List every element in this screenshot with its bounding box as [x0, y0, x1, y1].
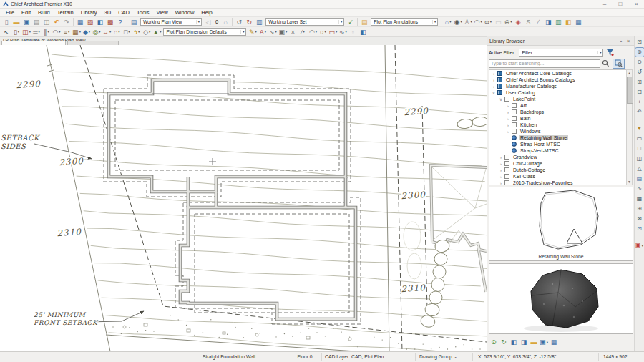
tree-item-bath[interactable]: ›Bath: [489, 115, 626, 122]
cabinet-tools-icon[interactable]: ▦▾: [72, 28, 81, 36]
menu-window[interactable]: Window: [172, 9, 198, 16]
tree-item-user-catalog[interactable]: ∨User Catalog: [489, 89, 626, 96]
terrain-tools-icon[interactable]: ▲▾: [152, 28, 161, 36]
reference-display-icon[interactable]: ◁: [204, 18, 213, 26]
tree-item-chief-architect-core-catalogs[interactable]: ›Chief Architect Core Catalogs: [489, 70, 626, 77]
maximize-button[interactable]: □: [613, 0, 628, 9]
scroll-down-icon[interactable]: ▼: [627, 179, 632, 185]
tree-item-art[interactable]: ›Art: [489, 102, 626, 109]
snap-grid-icon[interactable]: ⊞: [635, 205, 644, 213]
toggle-layout-icon[interactable]: ▦: [574, 18, 582, 26]
tree-item-kbi-class[interactable]: ›KBI-Class: [489, 173, 626, 180]
disabled-tool-a-icon[interactable]: ▭: [494, 18, 502, 26]
tree-expander-icon[interactable]: ›: [491, 78, 497, 82]
annotation-set-combo[interactable]: Plot Plan Annotations▾: [371, 18, 438, 26]
menu-library[interactable]: Library: [77, 9, 101, 16]
search-input[interactable]: [489, 59, 600, 68]
point-tool-icon[interactable]: ×: [288, 28, 297, 36]
curved-wall-tools-icon[interactable]: ◠▾: [52, 28, 61, 36]
tree-expander-icon[interactable]: ∨: [498, 97, 504, 102]
dimension-tools-icon[interactable]: ↔▾: [102, 28, 111, 36]
elevation-view-icon[interactable]: ◧: [96, 18, 104, 26]
tree-item-chief-architect-bonus-catalogs[interactable]: ›Chief Architect Bonus Catalogs: [489, 77, 626, 83]
menu-edit[interactable]: Edit: [18, 9, 34, 16]
tree-item-strap-horz-mtsc[interactable]: Strap-Horz-MTSC: [489, 141, 626, 147]
library-settings-icon[interactable]: ▦: [550, 338, 558, 346]
help-icon[interactable]: ?: [116, 18, 125, 26]
tree-item-kitchen[interactable]: ›Kitchen: [489, 122, 626, 128]
paste-clipboard-icon[interactable]: ▤: [635, 175, 644, 183]
roof-tools-icon[interactable]: ⌂▾: [112, 28, 121, 36]
library-panel-header[interactable]: Library Browser ▪ ×: [487, 36, 634, 46]
menu-terrain[interactable]: Terrain: [54, 9, 77, 16]
tree-item-dutch-cottage[interactable]: ›Dutch-Cottage: [489, 167, 626, 173]
floor-tools-icon[interactable]: ⌂: [221, 18, 230, 26]
tape-measure-icon[interactable]: ▭: [635, 134, 644, 143]
tree-expander-icon[interactable]: ›: [505, 110, 511, 114]
tree-item-backdrops[interactable]: ›Backdrops: [489, 109, 626, 115]
search-library-icon[interactable]: ⊙: [489, 338, 498, 346]
layer-display-options-icon[interactable]: ✓: [346, 18, 355, 26]
center-view-icon[interactable]: ⊟: [635, 88, 644, 97]
tree-expander-icon[interactable]: ›: [498, 175, 504, 179]
trim-tools-icon[interactable]: ◇▾: [142, 28, 151, 36]
cad-box-tools-icon[interactable]: ▣▾: [278, 28, 287, 36]
saved-plan-views-icon[interactable]: ▤: [130, 18, 138, 26]
tree-scrollbar[interactable]: ▲ ▼: [626, 69, 633, 185]
door-tools-icon[interactable]: ▯▾: [12, 28, 21, 36]
layer-set-combo[interactable]: Working Layer Set▾: [265, 18, 344, 26]
menu-cad[interactable]: CAD: [114, 9, 133, 16]
drawing-canvas[interactable]: 2290 2300 2310 2290 2300 2310 SETBACK SI…: [0, 45, 487, 351]
find-object-icon[interactable]: ∞▾: [484, 18, 492, 26]
tree-item-strap-vert-mtsc[interactable]: Strap-Vert-MTSC: [489, 147, 626, 154]
display-grid-icon[interactable]: ▦: [635, 195, 644, 203]
new-plan-icon[interactable]: ▯: [2, 18, 11, 26]
zoom-frame-icon[interactable]: ⊡: [635, 225, 644, 233]
space-planner-icon[interactable]: ◈: [514, 18, 522, 26]
plan-view-combo[interactable]: Working Plan View▾: [140, 18, 202, 26]
arc-tools-icon[interactable]: ◠▾: [308, 28, 317, 36]
layer-sets-icon[interactable]: ▥: [255, 18, 263, 26]
toggle-library-browser-icon[interactable]: ◨: [544, 18, 552, 26]
undo-icon[interactable]: ↶: [52, 18, 61, 26]
filter-funnel-button[interactable]: [605, 48, 615, 57]
tree-expander-icon[interactable]: ›: [505, 129, 511, 134]
fixture-tools-icon[interactable]: ◆▾: [82, 28, 91, 36]
leader-line-tools-icon[interactable]: ↘▾: [268, 28, 277, 36]
menu-3d[interactable]: 3D: [101, 9, 115, 16]
tree-expander-icon[interactable]: ›: [505, 104, 511, 108]
view-arc-icon[interactable]: ◠▾: [474, 18, 482, 26]
text-tools-icon[interactable]: A▾: [258, 28, 267, 36]
wall-tools-icon[interactable]: ═▾: [32, 28, 41, 36]
close-button[interactable]: ×: [628, 0, 644, 9]
scrollbar-thumb[interactable]: [627, 77, 633, 104]
line-tools-icon[interactable]: ∕▾: [298, 28, 307, 36]
import-object-icon[interactable]: ▼: [635, 124, 644, 133]
menu-file[interactable]: File: [2, 9, 18, 16]
fill-window-icon[interactable]: ⊞: [635, 78, 644, 87]
menu-build[interactable]: Build: [34, 9, 54, 16]
preview-pane-toggle-icon[interactable]: ▣▾: [540, 338, 548, 346]
tree-expander-icon[interactable]: ›: [491, 84, 497, 89]
floor-plan-view-icon[interactable]: ▦: [76, 18, 84, 26]
scroll-up-icon[interactable]: ▲: [627, 70, 632, 76]
tree-item-retaining-wall-stone[interactable]: Retaining Wall Stone: [489, 134, 626, 141]
rect-selection-icon[interactable]: □: [635, 145, 644, 153]
open-plan-icon[interactable]: ▬: [12, 18, 21, 26]
open-library-folder-icon[interactable]: ▬: [530, 338, 538, 346]
filter-combo[interactable]: Filter ▾: [519, 49, 603, 57]
save-plan-icon[interactable]: ▣: [22, 18, 31, 26]
railing-tools-icon[interactable]: ∥▾: [42, 28, 51, 36]
tree-item-lakepoint[interactable]: ∨LakePoint: [489, 96, 626, 102]
previous-zoom-icon[interactable]: ↶: [635, 108, 644, 117]
pin-frame-icon[interactable]: ⊠: [635, 215, 644, 223]
dimension-defaults-combo[interactable]: Plot Plan Dimension Defaults▾: [163, 28, 246, 36]
tree-item-grandview[interactable]: ›Grandview: [489, 154, 626, 160]
walkthrough-icon[interactable]: ♙▾: [464, 18, 472, 26]
ssa-status-icon[interactable]: S: [524, 18, 532, 26]
tree-expander-icon[interactable]: ›: [498, 155, 504, 160]
circle-tools-icon[interactable]: ○▾: [318, 28, 327, 36]
toggle-plan-materials-icon[interactable]: ◧: [564, 18, 572, 26]
annotation-pencil-icon[interactable]: ✎▾: [248, 28, 257, 36]
tree-item-manufacturer-catalogs[interactable]: ›Manufacturer Catalogs: [489, 83, 626, 89]
